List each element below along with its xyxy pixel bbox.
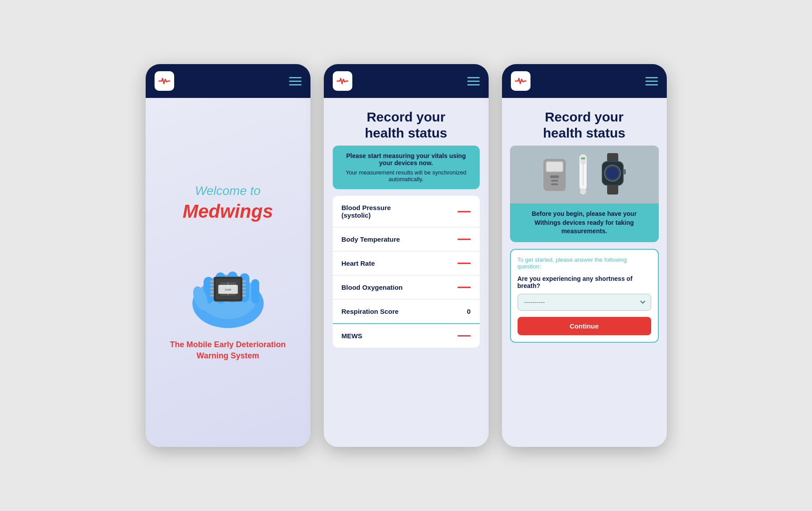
svg-rect-42 bbox=[607, 185, 618, 195]
continue-button[interactable]: Continue bbox=[518, 317, 651, 335]
svg-rect-36 bbox=[607, 153, 618, 162]
nav-bar-3 bbox=[502, 64, 667, 98]
device-thermometer-icon bbox=[577, 152, 589, 197]
svg-rect-29 bbox=[551, 180, 558, 182]
svg-rect-35 bbox=[581, 158, 585, 159]
svg-rect-6 bbox=[251, 279, 259, 304]
phones-container: Welcome to Medwings bbox=[146, 64, 667, 447]
devices-banner: Before you begin, please have your Withi… bbox=[510, 146, 659, 242]
svg-rect-28 bbox=[550, 175, 559, 178]
brand-name: Medwings bbox=[183, 199, 273, 224]
vital-value-resp: 0 bbox=[467, 308, 470, 315]
svg-rect-13 bbox=[210, 291, 214, 293]
vital-row-blood-pressure: Blood Pressure(systolic) bbox=[333, 196, 480, 227]
vital-value-mews bbox=[457, 335, 471, 337]
vital-name-temp: Body Temperature bbox=[342, 235, 400, 243]
hero-illustration: CHIP bbox=[179, 232, 277, 330]
vital-row-heart-rate: Heart Rate bbox=[333, 251, 480, 276]
device-scale-icon bbox=[541, 152, 568, 197]
vitals-body: Record yourhealth status Please start me… bbox=[324, 98, 489, 447]
hamburger-icon-3[interactable] bbox=[645, 77, 658, 85]
vital-value-temp bbox=[457, 239, 471, 240]
vital-value-hr bbox=[457, 263, 471, 264]
phone-vitals: Record yourhealth status Please start me… bbox=[324, 64, 489, 447]
question-text: Are you experiencing any shortness of br… bbox=[518, 275, 651, 289]
record-title-3: Record yourhealth status bbox=[502, 98, 667, 146]
svg-rect-12 bbox=[210, 288, 214, 289]
vital-row-body-temp: Body Temperature bbox=[333, 227, 480, 251]
devices-banner-text: Before you begin, please have your Withi… bbox=[510, 203, 659, 242]
svg-rect-41 bbox=[623, 169, 626, 174]
device-watch-icon bbox=[598, 152, 627, 197]
question-intro: To get started, please answer the follow… bbox=[518, 256, 651, 270]
svg-rect-27 bbox=[547, 162, 563, 171]
vital-name-resp: Respiration Score bbox=[342, 308, 399, 315]
devices-image-area bbox=[510, 146, 659, 203]
svg-point-33 bbox=[580, 188, 586, 195]
welcome-to-label: Welcome to bbox=[195, 184, 261, 198]
svg-rect-14 bbox=[210, 295, 214, 296]
svg-rect-30 bbox=[551, 183, 558, 185]
banner-desc: Your measurement results will be synchro… bbox=[342, 169, 471, 182]
svg-rect-15 bbox=[242, 280, 246, 282]
logo-2 bbox=[333, 71, 352, 91]
svg-rect-18 bbox=[242, 291, 246, 293]
vital-value-bp bbox=[457, 211, 471, 212]
svg-rect-17 bbox=[242, 288, 246, 289]
welcome-body: Welcome to Medwings bbox=[146, 98, 310, 447]
vitals-list: Blood Pressure(systolic) Body Temperatur… bbox=[333, 196, 480, 348]
svg-rect-16 bbox=[242, 284, 246, 286]
svg-rect-10 bbox=[210, 280, 214, 282]
question-section: To get started, please answer the follow… bbox=[510, 249, 659, 343]
svg-rect-11 bbox=[210, 284, 214, 286]
svg-rect-19 bbox=[242, 295, 246, 296]
phone-welcome: Welcome to Medwings bbox=[146, 64, 310, 447]
hamburger-icon-2[interactable] bbox=[467, 77, 480, 85]
shortness-of-breath-select[interactable]: ---------- Yes No bbox=[518, 294, 651, 311]
logo-3 bbox=[511, 71, 530, 91]
vital-name-mews: MEWS bbox=[342, 332, 363, 340]
vital-name-bp: Blood Pressure(systolic) bbox=[342, 204, 391, 219]
vital-name-hr: Heart Rate bbox=[342, 260, 375, 267]
nav-bar-1 bbox=[146, 64, 310, 98]
vital-row-respiration: Respiration Score 0 bbox=[333, 300, 480, 324]
logo-1 bbox=[155, 71, 174, 91]
vital-row-blood-oxy: Blood Oxygenation bbox=[333, 276, 480, 300]
svg-point-40 bbox=[606, 167, 619, 179]
devices-body: Record yourhealth status bbox=[502, 98, 667, 447]
welcome-text: Welcome to Medwings bbox=[183, 183, 273, 223]
banner-title: Please start measuring your vitals using… bbox=[342, 152, 471, 166]
hamburger-icon-1[interactable] bbox=[289, 77, 302, 85]
svg-text:CHIP: CHIP bbox=[224, 288, 231, 291]
info-banner: Please start measuring your vitals using… bbox=[333, 146, 480, 189]
nav-bar-2 bbox=[324, 64, 489, 98]
phone-devices: Record yourhealth status bbox=[502, 64, 667, 447]
vital-name-oxy: Blood Oxygenation bbox=[342, 284, 403, 291]
svg-rect-32 bbox=[580, 155, 586, 164]
vital-value-oxy bbox=[457, 287, 471, 288]
vital-row-mews: MEWS bbox=[333, 324, 480, 348]
tagline: The Mobile Early Deterioration Warning S… bbox=[155, 339, 302, 361]
record-title-2: Record yourhealth status bbox=[324, 98, 489, 146]
